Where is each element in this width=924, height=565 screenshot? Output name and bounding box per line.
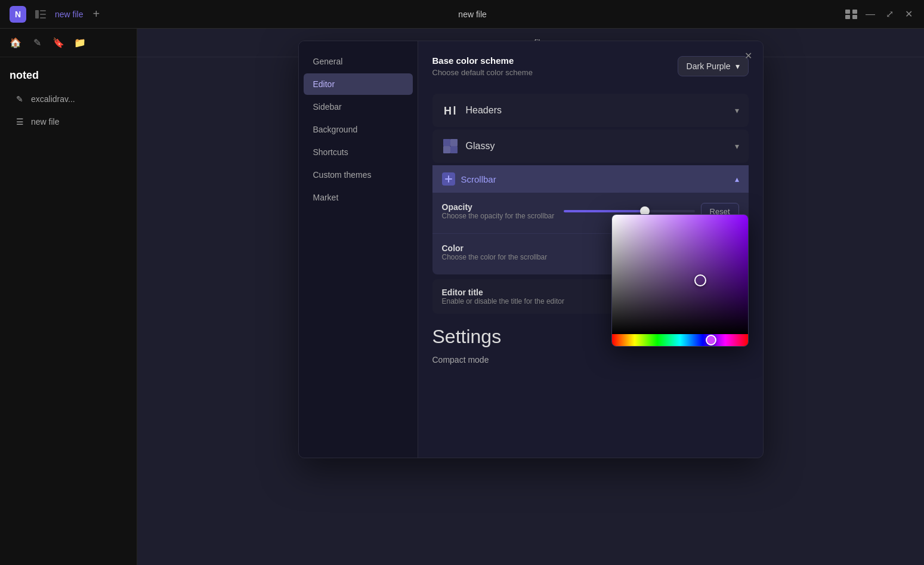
current-tab[interactable]: new file (55, 10, 83, 19)
nav-item-market[interactable]: Market (304, 187, 413, 208)
opacity-desc: Choose the opacity for the scrollbar (442, 212, 555, 220)
edit-icon[interactable]: ✎ (29, 35, 45, 51)
svg-rect-5 (852, 10, 857, 14)
color-scheme-chevron: ▾ (736, 61, 740, 71)
settings-content: ✕ Base color scheme Choose default color… (418, 41, 763, 458)
scrollbar-header-left: Scrollbar (442, 172, 496, 186)
sidebar-item-new-file-label: new file (31, 117, 59, 126)
svg-rect-3 (40, 17, 46, 18)
excalidraw-icon: ✎ (14, 94, 25, 104)
color-picker-cursor[interactable] (694, 274, 706, 286)
bookmark-icon[interactable]: 🔖 (50, 35, 67, 51)
hue-thumb[interactable] (706, 335, 716, 345)
base-color-desc: Choose default color scheme (432, 68, 533, 77)
app-logo: N (10, 6, 26, 23)
opacity-title: Opacity (442, 202, 555, 212)
content-area: new file General Editor Sidebar Backgrou… (137, 29, 924, 565)
settings-close-button[interactable]: ✕ (741, 48, 756, 63)
svg-rect-10 (443, 139, 450, 146)
settings-modal: General Editor Sidebar Background Shortc… (137, 29, 924, 565)
compact-mode-label: Compact mode (432, 355, 749, 365)
headers-section-left: H Headers (442, 102, 502, 119)
home-icon[interactable]: 🏠 (7, 35, 24, 51)
headers-chevron: ▾ (735, 106, 739, 115)
sidebar-item-excalidraw-label: excalidrav... (31, 94, 75, 104)
editor-title-label: Editor title (442, 288, 564, 297)
app-name: noted (0, 57, 137, 88)
editor-title-info: Editor title Enable or disable the title… (442, 288, 564, 305)
glassy-label: Glassy (466, 141, 495, 152)
svg-rect-13 (450, 146, 458, 153)
glassy-section-left: Glassy (442, 138, 495, 155)
sidebar: 🏠 ✎ 🔖 📁 noted ✎ excalidrav... ☰ new file (0, 29, 137, 565)
sidebar-toggle[interactable] (33, 7, 48, 21)
base-color-info: Base color scheme Choose default color s… (432, 55, 533, 77)
svg-rect-7 (852, 15, 857, 19)
sidebar-toolbar: 🏠 ✎ 🔖 📁 (0, 29, 137, 57)
nav-item-background[interactable]: Background (304, 119, 413, 140)
window-title: new file (107, 10, 838, 19)
svg-rect-6 (845, 15, 850, 19)
opacity-title-desc: Opacity Choose the opacity for the scrol… (442, 202, 555, 220)
main-layout: 🏠 ✎ 🔖 📁 noted ✎ excalidrav... ☰ new file… (0, 29, 924, 565)
scrollbar-label: Scrollbar (461, 174, 496, 184)
opacity-slider-container[interactable] (564, 210, 695, 212)
svg-rect-12 (443, 146, 450, 153)
sidebar-item-new-file[interactable]: ☰ new file (5, 112, 132, 132)
add-tab-button[interactable]: + (92, 7, 100, 21)
color-picker-gradient[interactable] (612, 215, 748, 334)
nav-item-editor[interactable]: Editor (304, 73, 413, 95)
svg-rect-4 (845, 10, 850, 14)
sidebar-item-excalidraw[interactable]: ✎ excalidrav... (5, 89, 132, 109)
color-scheme-selected: Dark Purple (687, 61, 731, 71)
nav-item-shortcuts[interactable]: Shortcuts (304, 141, 413, 163)
color-title-desc: Color Choose the color for the scrollbar (442, 243, 548, 261)
nav-item-sidebar[interactable]: Sidebar (304, 96, 413, 118)
headers-icon: H (442, 102, 459, 119)
nav-item-custom-themes[interactable]: Custom themes (304, 164, 413, 186)
scrollbar-header[interactable]: Scrollbar ▴ (432, 165, 749, 193)
svg-rect-11 (450, 139, 458, 146)
maximize-button[interactable]: ⤢ (883, 8, 895, 20)
color-title: Color (442, 243, 548, 253)
window-controls: — ⤢ ✕ (845, 8, 914, 20)
color-picker-popup[interactable] (611, 214, 749, 347)
base-color-title: Base color scheme (432, 55, 533, 66)
svg-rect-1 (40, 10, 46, 11)
glassy-chevron: ▾ (735, 141, 739, 151)
close-button[interactable]: ✕ (903, 8, 914, 20)
color-desc: Choose the color for the scrollbar (442, 253, 548, 261)
minimize-button[interactable]: — (864, 8, 876, 20)
settings-panel: General Editor Sidebar Background Shortc… (298, 41, 764, 458)
nav-item-general[interactable]: General (304, 51, 413, 72)
svg-text:H: H (444, 105, 452, 116)
window-grid-icon[interactable] (845, 8, 857, 20)
folder-icon[interactable]: 📁 (72, 35, 88, 51)
headers-section-row[interactable]: H Headers ▾ (432, 94, 749, 127)
scrollbar-expand-icon (442, 172, 455, 186)
svg-rect-0 (35, 10, 39, 18)
headers-label: Headers (466, 105, 502, 116)
settings-nav: General Editor Sidebar Background Shortc… (299, 41, 418, 458)
titlebar: N new file + new file — ⤢ ✕ (0, 0, 924, 29)
opacity-slider-track[interactable] (564, 210, 695, 212)
editor-title-desc: Enable or disable the title for the edit… (442, 297, 564, 305)
glassy-section-row[interactable]: Glassy ▾ (432, 129, 749, 163)
glassy-icon (442, 138, 459, 155)
new-file-icon: ☰ (14, 116, 25, 127)
svg-rect-2 (40, 14, 46, 15)
color-picker-hue-bar[interactable] (612, 334, 748, 346)
base-color-scheme: Base color scheme Choose default color s… (432, 55, 749, 77)
color-scheme-dropdown[interactable]: Dark Purple ▾ (678, 56, 749, 76)
scrollbar-chevron-up: ▴ (735, 174, 739, 184)
